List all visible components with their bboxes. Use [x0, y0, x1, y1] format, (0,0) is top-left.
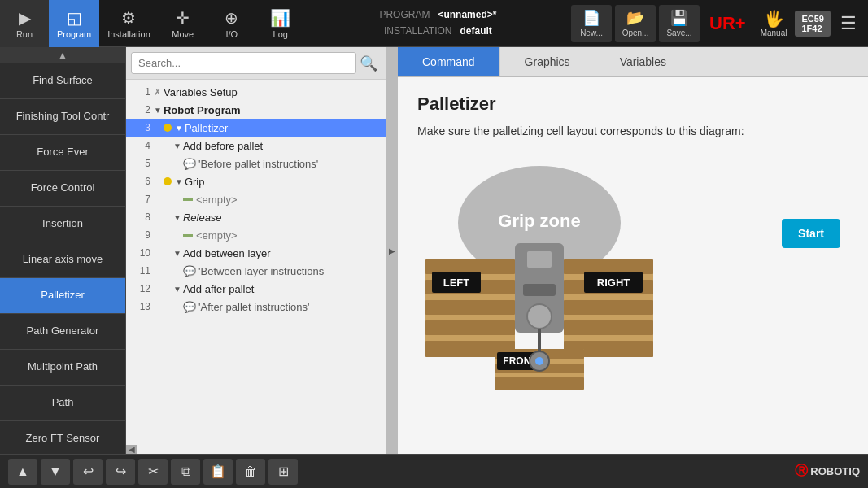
main-layout: ▲ Find Surface Finishing Tool Contr Forc… [0, 47, 868, 454]
nav-run[interactable]: ▶ Run [0, 0, 49, 47]
sidebar-item-zero-ft-sensor[interactable]: Zero FT Sensor [0, 421, 125, 454]
tree-area: 🔍 1 ✗ Variables Setup 2 ▼ Robot Program … [126, 47, 386, 454]
tree-row[interactable]: 12 ▼ Add after pallet [126, 280, 386, 298]
tree-content: 1 ✗ Variables Setup 2 ▼ Robot Program 3 … [126, 80, 386, 445]
tree-row[interactable]: 8 ▼ Release [126, 208, 386, 226]
robotiq-r-icon: Ⓡ [795, 464, 808, 477]
tree-row[interactable]: 5 💬 'Before pallet instructions' [126, 155, 386, 172]
collapse-arrow-icon: ▼ [175, 177, 183, 186]
sidebar-item-palletizer[interactable]: Palletizer [0, 278, 125, 314]
tree-row[interactable]: 2 ▼ Robot Program [126, 101, 386, 119]
tree-row[interactable]: 9 <empty> [126, 226, 386, 244]
sidebar-item-force-ever[interactable]: Force Ever [0, 135, 125, 171]
tree-row-palletizer[interactable]: 3 ▼ Palletizer [126, 119, 386, 137]
new-button[interactable]: 📄 New... [571, 5, 612, 42]
save-icon: 💾 [670, 9, 688, 27]
open-button[interactable]: 📂 Open... [615, 5, 656, 42]
sidebar-item-path[interactable]: Path [0, 386, 125, 421]
content-area: Command Graphics Variables Palletizer Ma… [398, 47, 868, 454]
sidebar-item-force-control[interactable]: Force Control [0, 171, 125, 207]
tree-expand-button[interactable]: ▶ [386, 47, 398, 454]
tab-command[interactable]: Command [398, 47, 500, 76]
nav-installation[interactable]: ⚙ Installation [99, 0, 159, 47]
nav-log[interactable]: 📊 Log [256, 0, 305, 47]
move-up-button[interactable]: ▲ [8, 459, 37, 485]
nav-move[interactable]: ✛ Move [159, 0, 207, 47]
search-bar: 🔍 [126, 47, 386, 80]
svg-point-20 [527, 304, 552, 329]
new-icon: 📄 [582, 9, 600, 27]
sidebar-item-path-generator[interactable]: Path Generator [0, 314, 125, 350]
move-icon: ✛ [176, 8, 190, 28]
tree-row[interactable]: 7 <empty> [126, 190, 386, 208]
sidebar-item-linear-axis-move[interactable]: Linear axis move [0, 242, 125, 278]
cut-button[interactable]: ✂ [138, 459, 168, 485]
undo-button[interactable]: ↩ [73, 459, 103, 485]
tree-row[interactable]: 11 💬 'Between layer instructions' [126, 262, 386, 280]
sidebar: ▲ Find Surface Finishing Tool Contr Forc… [0, 47, 126, 454]
content-body: Palletizer Make sure the palletizing cel… [398, 77, 868, 454]
io-icon: ⊕ [225, 8, 238, 28]
yellow-dot-icon [164, 124, 172, 132]
installation-icon: ⚙ [121, 8, 136, 28]
collapse-arrow-icon: ▼ [154, 106, 162, 115]
page-title: Palletizer [417, 94, 848, 115]
minus-icon [183, 234, 193, 237]
tree-row[interactable]: 4 ▼ Add before pallet [126, 137, 386, 155]
comment-icon: 💬 [183, 301, 196, 313]
comment-icon: 💬 [183, 158, 196, 170]
ur-logo: UR+ [703, 13, 752, 34]
palletizer-diagram-container: Grip zone LEFT [417, 154, 848, 390]
collapse-arrow-icon: ▼ [175, 124, 183, 133]
svg-rect-14 [564, 320, 653, 335]
palletizer-diagram: Grip zone LEFT [417, 154, 661, 390]
sidebar-item-multipoint-path[interactable]: Multipoint Path [0, 350, 125, 386]
manual-button[interactable]: 🖐 Manual [756, 6, 792, 41]
svg-text:Grip zone: Grip zone [498, 211, 580, 231]
robotiq-logo: Ⓡ ROBOTIQ [795, 463, 860, 480]
redo-button[interactable]: ↪ [106, 459, 135, 485]
top-right-actions: 📄 New... 📂 Open... 💾 Save... UR+ 🖐 Manua… [571, 5, 868, 42]
nav-program[interactable]: ◱ Program [49, 0, 99, 47]
x-icon: ✗ [154, 87, 161, 98]
tab-graphics[interactable]: Graphics [500, 47, 595, 76]
svg-text:RIGHT: RIGHT [597, 277, 630, 289]
svg-rect-25 [495, 377, 584, 390]
menu-icon[interactable]: ☰ [834, 13, 863, 34]
save-button[interactable]: 💾 Save... [659, 5, 700, 42]
search-input[interactable] [131, 52, 356, 74]
grid-button[interactable]: ⊞ [268, 459, 298, 485]
move-down-button[interactable]: ▼ [41, 459, 70, 485]
tree-row[interactable]: 10 ▼ Add between layer [126, 244, 386, 262]
collapse-arrow-icon: ▼ [173, 142, 181, 150]
start-button[interactable]: Start [782, 219, 840, 248]
tree-row[interactable]: 6 ▼ Grip [126, 172, 386, 190]
open-icon: 📂 [626, 9, 644, 27]
sidebar-item-finishing-tool[interactable]: Finishing Tool Contr [0, 99, 125, 135]
comment-icon: 💬 [183, 265, 196, 277]
tab-variables[interactable]: Variables [595, 47, 691, 76]
content-tabs: Command Graphics Variables [398, 47, 868, 77]
minus-icon [183, 198, 193, 201]
status-badge: EC591F42 [795, 11, 831, 37]
sidebar-item-insertion[interactable]: Insertion [0, 207, 125, 242]
tree-row[interactable]: 1 ✗ Variables Setup [126, 83, 386, 101]
toolbar-buttons: ▲ ▼ ↩ ↪ ✂ ⧉ 📋 🗑 ⊞ [8, 459, 298, 485]
yellow-dot-icon [164, 177, 172, 185]
tree-collapse-button[interactable]: ◀ [126, 445, 137, 454]
nav-io[interactable]: ⊕ I/O [207, 0, 256, 47]
collapse-arrow-icon: ▼ [173, 285, 181, 294]
delete-button[interactable]: 🗑 [236, 459, 265, 485]
paste-button[interactable]: 📋 [203, 459, 233, 485]
program-info: PROGRAM <unnamed>* INSTALLATION default [305, 7, 571, 38]
copy-button[interactable]: ⧉ [171, 459, 200, 485]
collapse-arrow-icon: ▼ [173, 213, 181, 222]
svg-text:LEFT: LEFT [443, 277, 470, 289]
sidebar-scroll-up[interactable]: ▲ [0, 47, 125, 63]
svg-rect-6 [425, 320, 515, 335]
sidebar-item-find-surface[interactable]: Find Surface [0, 63, 125, 99]
top-bar: ▶ Run ◱ Program ⚙ Installation ✛ Move ⊕ … [0, 0, 868, 47]
program-icon: ◱ [67, 8, 82, 28]
tree-row[interactable]: 13 💬 'After pallet instructions' [126, 298, 386, 316]
search-button[interactable]: 🔍 [356, 54, 381, 72]
